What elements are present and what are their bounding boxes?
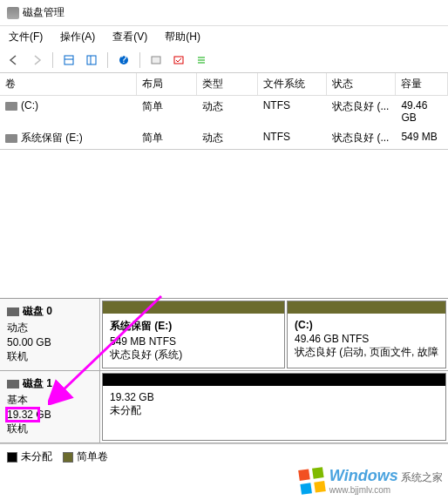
- svg-text:?: ?: [121, 54, 127, 65]
- partition-area: 系统保留 (E:) 549 MB NTFS 状态良好 (系统) (C:) 49.…: [100, 299, 448, 370]
- back-button[interactable]: [5, 51, 23, 69]
- forward-button[interactable]: [28, 51, 45, 69]
- windows-logo-icon: [298, 467, 326, 495]
- vol-layout: 简单: [137, 129, 197, 147]
- disk-panel: 磁盘 0 动态 50.00 GB 联机 系统保留 (E:) 549 MB NTF…: [0, 298, 448, 443]
- disk-state: 联机: [7, 422, 92, 436]
- disk-size: 19.32 GB: [7, 409, 92, 421]
- disk-info[interactable]: 磁盘 1 基本 19.32 GB 联机: [0, 371, 100, 443]
- help-button[interactable]: ?: [115, 51, 132, 69]
- window-title: 磁盘管理: [23, 5, 64, 20]
- vol-status: 状态良好 (...: [327, 98, 396, 125]
- partition-size: 19.32 GB: [110, 391, 438, 403]
- disk-size: 50.00 GB: [7, 336, 92, 348]
- list-header[interactable]: 卷 布局 类型 文件系统 状态 容量: [0, 73, 448, 96]
- disk-row: 磁盘 1 基本 19.32 GB 联机 19.32 GB 未分配: [0, 371, 448, 443]
- watermark-sub: 系统之家: [401, 471, 443, 483]
- col-volume[interactable]: 卷: [0, 73, 137, 95]
- partition-title: (C:): [295, 319, 438, 331]
- separator: [107, 52, 108, 68]
- partition-header: [103, 301, 284, 314]
- watermark-url: www.bjjmlv.com: [329, 485, 443, 495]
- disk-type: 基本: [7, 393, 92, 408]
- vol-type: 动态: [197, 98, 257, 125]
- vol-fs: NTFS: [258, 129, 327, 147]
- disk-name: 磁盘 0: [23, 305, 52, 317]
- vol-type: 动态: [197, 129, 257, 147]
- menubar: 文件(F) 操作(A) 查看(V) 帮助(H): [0, 26, 448, 48]
- table-row[interactable]: (C:) 简单 动态 NTFS 状态良好 (... 49.46 GB: [0, 96, 448, 127]
- app-icon: [7, 7, 19, 19]
- disk-state: 联机: [7, 349, 92, 364]
- partition-title: 系统保留 (E:): [110, 319, 277, 334]
- partition[interactable]: (C:) 49.46 GB NTFS 状态良好 (启动, 页面文件, 故障: [287, 301, 446, 368]
- vol-capacity: 49.46 GB: [396, 98, 448, 125]
- col-capacity[interactable]: 容量: [396, 73, 448, 95]
- menu-help[interactable]: 帮助(H): [161, 28, 204, 46]
- swatch-icon: [7, 452, 17, 463]
- vol-name: 系统保留 (E:): [21, 132, 83, 144]
- legend: 未分配 简单卷: [0, 443, 448, 470]
- volume-icon: [5, 102, 17, 111]
- view-button[interactable]: [60, 51, 78, 69]
- disk-name: 磁盘 1: [23, 377, 52, 389]
- col-fs[interactable]: 文件系统: [258, 73, 327, 95]
- vol-layout: 简单: [137, 98, 197, 125]
- svg-rect-7: [174, 57, 183, 64]
- col-layout[interactable]: 布局: [137, 73, 197, 95]
- disk-icon: [7, 380, 19, 389]
- col-type[interactable]: 类型: [197, 73, 257, 95]
- svg-rect-6: [152, 57, 160, 64]
- partition-area: 19.32 GB 未分配: [100, 371, 448, 443]
- menu-action[interactable]: 操作(A): [57, 28, 98, 46]
- disk-icon: [7, 307, 19, 316]
- list-button[interactable]: [193, 51, 210, 69]
- menu-view[interactable]: 查看(V): [109, 28, 151, 46]
- vol-fs: NTFS: [258, 98, 327, 125]
- settings-button[interactable]: [147, 51, 165, 69]
- legend-simple: 简单卷: [63, 449, 108, 464]
- vol-capacity: 549 MB: [396, 129, 448, 147]
- properties-button[interactable]: [170, 51, 187, 69]
- empty-space: [0, 150, 448, 298]
- vol-name: (C:): [21, 99, 38, 111]
- disk-type: 动态: [7, 321, 92, 335]
- legend-label: 未分配: [21, 449, 52, 464]
- disk-info[interactable]: 磁盘 0 动态 50.00 GB 联机: [0, 299, 100, 370]
- swatch-icon: [63, 452, 73, 463]
- separator: [139, 52, 140, 68]
- svg-rect-2: [87, 56, 96, 64]
- volume-list: 卷 布局 类型 文件系统 状态 容量 (C:) 简单 动态 NTFS 状态良好 …: [0, 73, 448, 150]
- partition-header: [103, 374, 445, 386]
- refresh-button[interactable]: [83, 51, 100, 69]
- titlebar: 磁盘管理: [0, 0, 448, 26]
- separator: [52, 52, 53, 68]
- toolbar: ?: [0, 48, 448, 73]
- partition-status: 状态良好 (启动, 页面文件, 故障: [295, 345, 438, 360]
- legend-unallocated: 未分配: [7, 449, 52, 464]
- watermark: Windows 系统之家 www.bjjmlv.com: [300, 467, 443, 495]
- vol-status: 状态良好 (...: [327, 129, 396, 147]
- table-row[interactable]: 系统保留 (E:) 简单 动态 NTFS 状态良好 (... 549 MB: [0, 127, 448, 149]
- partition[interactable]: 19.32 GB 未分配: [102, 373, 446, 441]
- volume-icon: [5, 134, 17, 143]
- watermark-brand: Windows: [329, 467, 398, 484]
- partition-size: 49.46 GB NTFS: [295, 333, 438, 345]
- disk-row: 磁盘 0 动态 50.00 GB 联机 系统保留 (E:) 549 MB NTF…: [0, 299, 448, 371]
- partition-header: [288, 301, 445, 314]
- menu-file[interactable]: 文件(F): [5, 28, 46, 46]
- partition-size: 549 MB NTFS: [110, 335, 277, 348]
- svg-rect-0: [64, 56, 73, 64]
- col-status[interactable]: 状态: [327, 73, 396, 95]
- partition[interactable]: 系统保留 (E:) 549 MB NTFS 状态良好 (系统): [102, 301, 285, 368]
- partition-status: 未分配: [110, 403, 438, 418]
- legend-label: 简单卷: [77, 449, 108, 464]
- partition-status: 状态良好 (系统): [110, 348, 277, 362]
